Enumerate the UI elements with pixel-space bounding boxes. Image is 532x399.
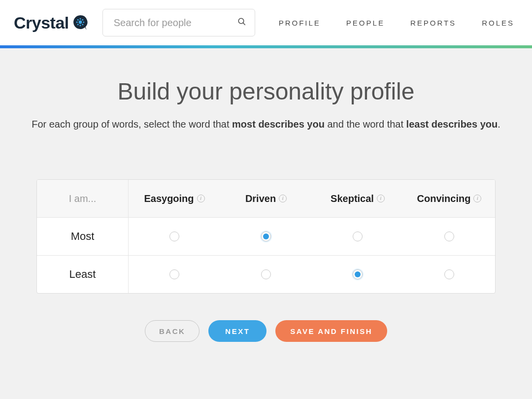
save-and-finish-button[interactable]: SAVE AND FINISH <box>275 320 387 342</box>
svg-point-2 <box>79 25 81 26</box>
radio-cell <box>312 218 403 255</box>
svg-point-3 <box>76 22 77 23</box>
page-subtitle: For each group of words, select the word… <box>0 119 532 130</box>
svg-line-10 <box>243 23 245 25</box>
table-row-least: Least <box>37 255 495 293</box>
svg-point-9 <box>238 18 244 24</box>
info-icon[interactable]: i <box>377 195 385 202</box>
search-field <box>102 9 255 36</box>
row-label: Most <box>37 218 129 255</box>
nav-profile[interactable]: PROFILE <box>279 19 321 27</box>
brand-text: Crystal <box>14 13 69 33</box>
radio-cell <box>129 218 220 255</box>
radio-most-driven[interactable] <box>261 232 271 241</box>
subtitle-text: and the word that <box>325 119 406 130</box>
brand-logo[interactable]: Crystal <box>14 13 89 33</box>
svg-point-6 <box>82 19 83 21</box>
top-bar: Crystal PROFILE PEOPLE REPORTS <box>0 0 532 45</box>
radio-most-convincing[interactable] <box>444 232 454 241</box>
trait-label: Easygoing <box>144 193 194 204</box>
trait-table: I am... Easygoing i Driven i Skeptical i… <box>36 179 496 294</box>
info-icon[interactable]: i <box>197 195 205 202</box>
page-title: Build your personality profile <box>0 78 532 105</box>
svg-point-0 <box>78 21 82 24</box>
info-icon[interactable]: i <box>279 195 287 202</box>
trait-label: Convincing <box>417 193 471 204</box>
subtitle-text: . <box>498 119 500 130</box>
button-row: BACK NEXT SAVE AND FINISH <box>0 320 532 342</box>
subtitle-bold-1: most describes you <box>232 119 325 130</box>
trait-header: Driven i <box>220 180 312 217</box>
radio-cell <box>129 256 220 293</box>
radio-least-convincing[interactable] <box>444 269 454 279</box>
search-input[interactable] <box>102 9 255 36</box>
nav-reports[interactable]: REPORTS <box>410 19 456 27</box>
radio-cell <box>220 256 312 293</box>
table-header-row: I am... Easygoing i Driven i Skeptical i… <box>37 180 495 217</box>
svg-point-8 <box>82 24 83 25</box>
trait-label: Driven <box>245 193 276 204</box>
brand-bubble-icon <box>72 14 89 31</box>
svg-point-4 <box>83 22 84 23</box>
radio-most-easygoing[interactable] <box>169 232 179 241</box>
nav-people[interactable]: PEOPLE <box>346 19 385 27</box>
search-icon[interactable] <box>237 17 246 28</box>
svg-point-1 <box>79 18 81 20</box>
primary-nav: PROFILE PEOPLE REPORTS ROLES <box>279 19 514 27</box>
info-icon[interactable]: i <box>473 195 481 202</box>
trait-label: Skeptical <box>331 193 374 204</box>
radio-cell <box>403 218 495 255</box>
trait-header: Easygoing i <box>129 180 220 217</box>
main-content: Build your personality profile For each … <box>0 48 532 399</box>
header-label-cell: I am... <box>37 180 129 217</box>
nav-roles[interactable]: ROLES <box>482 19 514 27</box>
svg-point-7 <box>77 24 78 25</box>
trait-header: Skeptical i <box>312 180 403 217</box>
radio-least-skeptical[interactable] <box>353 269 363 279</box>
row-label: Least <box>37 256 129 293</box>
radio-least-driven[interactable] <box>261 269 271 279</box>
radio-least-easygoing[interactable] <box>169 269 179 279</box>
table-row-most: Most <box>37 217 495 255</box>
subtitle-bold-2: least describes you <box>406 119 498 130</box>
radio-cell <box>312 256 403 293</box>
back-button[interactable]: BACK <box>145 320 200 342</box>
radio-cell <box>403 256 495 293</box>
subtitle-text: For each group of words, select the word… <box>32 119 232 130</box>
svg-point-5 <box>77 19 78 21</box>
radio-most-skeptical[interactable] <box>353 232 363 241</box>
radio-cell <box>220 218 312 255</box>
next-button[interactable]: NEXT <box>208 320 266 342</box>
trait-header: Convincing i <box>403 180 495 217</box>
